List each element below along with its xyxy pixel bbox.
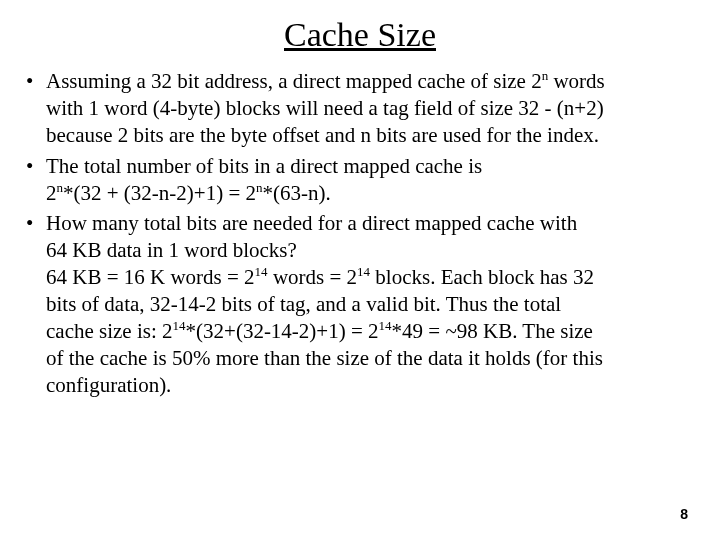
text: bits of data, 32-14-2 bits of tag, and a… <box>46 292 561 316</box>
text: with 1 word (4-byte) blocks will need a … <box>46 96 604 120</box>
text: of the cache is 50% more than the size o… <box>46 346 603 370</box>
text: words = 2 <box>268 265 357 289</box>
text: 64 KB data in 1 word blocks? <box>46 238 297 262</box>
slide-title: Cache Size <box>24 16 696 54</box>
text: because 2 bits are the byte offset and n… <box>46 123 599 147</box>
superscript: 14 <box>379 318 392 333</box>
text: blocks. Each block has 32 <box>370 265 594 289</box>
text: 2 <box>46 181 57 205</box>
bullet-item: Assuming a 32 bit address, a direct mapp… <box>24 68 696 149</box>
text: *(63-n). <box>263 181 331 205</box>
superscript: 14 <box>173 318 186 333</box>
text: *(32 + (32-n-2)+1) = 2 <box>63 181 256 205</box>
text: words <box>548 69 605 93</box>
superscript: 14 <box>255 264 268 279</box>
superscript: 14 <box>357 264 370 279</box>
text: *(32+(32-14-2)+1) = 2 <box>186 319 379 343</box>
text: cache size is: 2 <box>46 319 173 343</box>
text: How many total bits are needed for a dir… <box>46 211 577 235</box>
bullet-item: How many total bits are needed for a dir… <box>24 210 696 398</box>
page-number: 8 <box>680 506 688 522</box>
text: 64 KB = 16 K words = 2 <box>46 265 255 289</box>
text: Assuming a 32 bit address, a direct mapp… <box>46 69 542 93</box>
bullet-item: The total number of bits in a direct map… <box>24 153 696 207</box>
bullet-list: Assuming a 32 bit address, a direct mapp… <box>24 68 696 399</box>
text: The total number of bits in a direct map… <box>46 154 482 178</box>
text: configuration). <box>46 373 171 397</box>
text: *49 = ~98 KB. The size <box>392 319 593 343</box>
slide: Cache Size Assuming a 32 bit address, a … <box>0 0 720 540</box>
